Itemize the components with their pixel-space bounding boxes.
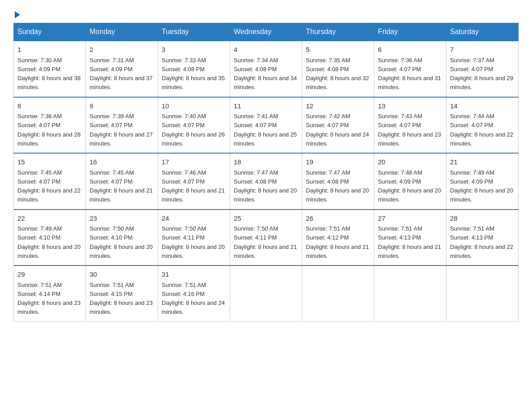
day-info: Sunrise: 7:47 AMSunset: 4:08 PMDaylight:… <box>306 169 369 203</box>
day-info: Sunrise: 7:45 AMSunset: 4:07 PMDaylight:… <box>17 169 81 203</box>
day-info: Sunrise: 7:51 AMSunset: 4:15 PMDaylight:… <box>90 282 153 316</box>
calendar-cell: 31Sunrise: 7:51 AMSunset: 4:16 PMDayligh… <box>158 265 230 321</box>
day-info: Sunrise: 7:33 AMSunset: 4:08 PMDaylight:… <box>162 57 225 91</box>
day-info: Sunrise: 7:37 AMSunset: 4:07 PMDaylight:… <box>450 57 513 91</box>
calendar-cell: 3Sunrise: 7:33 AMSunset: 4:08 PMDaylight… <box>158 41 230 97</box>
day-number: 6 <box>378 45 442 55</box>
calendar-cell: 28Sunrise: 7:51 AMSunset: 4:13 PMDayligh… <box>446 210 519 266</box>
calendar-cell <box>302 265 374 321</box>
calendar-cell: 8Sunrise: 7:38 AMSunset: 4:07 PMDaylight… <box>14 97 86 154</box>
day-number: 27 <box>378 214 442 224</box>
day-info: Sunrise: 7:50 AMSunset: 4:10 PMDaylight:… <box>90 225 153 259</box>
calendar-cell <box>374 265 446 321</box>
day-info: Sunrise: 7:44 AMSunset: 4:07 PMDaylight:… <box>450 113 513 147</box>
header-tuesday: Tuesday <box>158 23 230 41</box>
calendar-cell: 4Sunrise: 7:34 AMSunset: 4:08 PMDaylight… <box>230 41 302 97</box>
calendar-cell: 24Sunrise: 7:50 AMSunset: 4:11 PMDayligh… <box>158 210 230 266</box>
day-number: 21 <box>450 157 515 167</box>
header-friday: Friday <box>374 23 446 41</box>
day-info: Sunrise: 7:42 AMSunset: 4:07 PMDaylight:… <box>306 113 369 147</box>
header-saturday: Saturday <box>446 23 519 41</box>
calendar-cell: 19Sunrise: 7:47 AMSunset: 4:08 PMDayligh… <box>302 153 374 210</box>
page-header <box>13 9 519 18</box>
logo <box>13 9 20 18</box>
header-sunday: Sunday <box>14 23 86 41</box>
day-info: Sunrise: 7:31 AMSunset: 4:09 PMDaylight:… <box>90 57 153 91</box>
day-number: 7 <box>450 45 515 55</box>
day-info: Sunrise: 7:35 AMSunset: 4:08 PMDaylight:… <box>306 57 369 91</box>
calendar-cell: 9Sunrise: 7:39 AMSunset: 4:07 PMDaylight… <box>86 97 158 154</box>
week-row-2: 8Sunrise: 7:38 AMSunset: 4:07 PMDaylight… <box>14 97 519 154</box>
day-info: Sunrise: 7:30 AMSunset: 4:09 PMDaylight:… <box>17 57 81 91</box>
calendar-cell: 15Sunrise: 7:45 AMSunset: 4:07 PMDayligh… <box>14 153 86 210</box>
day-info: Sunrise: 7:46 AMSunset: 4:07 PMDaylight:… <box>162 169 225 203</box>
calendar-cell: 6Sunrise: 7:36 AMSunset: 4:07 PMDaylight… <box>374 41 446 97</box>
calendar-cell: 25Sunrise: 7:50 AMSunset: 4:11 PMDayligh… <box>230 210 302 266</box>
calendar-cell: 16Sunrise: 7:45 AMSunset: 4:07 PMDayligh… <box>86 153 158 210</box>
day-info: Sunrise: 7:51 AMSunset: 4:13 PMDaylight:… <box>378 225 441 259</box>
day-info: Sunrise: 7:43 AMSunset: 4:07 PMDaylight:… <box>378 113 441 147</box>
calendar-header-row: SundayMondayTuesdayWednesdayThursdayFrid… <box>14 23 519 41</box>
day-info: Sunrise: 7:39 AMSunset: 4:07 PMDaylight:… <box>90 113 153 147</box>
calendar-cell: 27Sunrise: 7:51 AMSunset: 4:13 PMDayligh… <box>374 210 446 266</box>
header-thursday: Thursday <box>302 23 374 41</box>
day-number: 18 <box>234 157 298 167</box>
day-info: Sunrise: 7:51 AMSunset: 4:16 PMDaylight:… <box>162 282 225 316</box>
week-row-5: 29Sunrise: 7:51 AMSunset: 4:14 PMDayligh… <box>14 265 519 321</box>
day-info: Sunrise: 7:50 AMSunset: 4:11 PMDaylight:… <box>234 225 297 259</box>
day-info: Sunrise: 7:51 AMSunset: 4:13 PMDaylight:… <box>450 225 513 259</box>
day-number: 4 <box>234 45 298 55</box>
calendar-cell <box>230 265 302 321</box>
calendar-cell: 2Sunrise: 7:31 AMSunset: 4:09 PMDaylight… <box>86 41 158 97</box>
calendar-cell: 17Sunrise: 7:46 AMSunset: 4:07 PMDayligh… <box>158 153 230 210</box>
day-number: 19 <box>306 157 370 167</box>
day-number: 26 <box>306 214 370 224</box>
day-number: 9 <box>90 101 154 111</box>
week-row-3: 15Sunrise: 7:45 AMSunset: 4:07 PMDayligh… <box>14 153 519 210</box>
day-info: Sunrise: 7:48 AMSunset: 4:09 PMDaylight:… <box>378 169 441 203</box>
calendar-cell: 11Sunrise: 7:41 AMSunset: 4:07 PMDayligh… <box>230 97 302 154</box>
calendar-cell: 5Sunrise: 7:35 AMSunset: 4:08 PMDaylight… <box>302 41 374 97</box>
day-number: 13 <box>378 101 442 111</box>
day-info: Sunrise: 7:51 AMSunset: 4:14 PMDaylight:… <box>17 282 81 316</box>
day-number: 28 <box>450 214 515 224</box>
day-number: 25 <box>234 214 298 224</box>
day-number: 30 <box>90 270 154 280</box>
day-number: 2 <box>90 45 154 55</box>
day-number: 5 <box>306 45 370 55</box>
day-number: 29 <box>17 270 82 280</box>
calendar-cell <box>446 265 519 321</box>
day-info: Sunrise: 7:45 AMSunset: 4:07 PMDaylight:… <box>90 169 153 203</box>
calendar-cell: 14Sunrise: 7:44 AMSunset: 4:07 PMDayligh… <box>446 97 519 154</box>
week-row-1: 1Sunrise: 7:30 AMSunset: 4:09 PMDaylight… <box>14 41 519 97</box>
day-info: Sunrise: 7:51 AMSunset: 4:12 PMDaylight:… <box>306 225 369 259</box>
calendar-cell: 21Sunrise: 7:49 AMSunset: 4:09 PMDayligh… <box>446 153 519 210</box>
day-number: 11 <box>234 101 298 111</box>
day-info: Sunrise: 7:49 AMSunset: 4:10 PMDaylight:… <box>17 225 81 259</box>
logo-blue-text <box>13 11 20 18</box>
day-info: Sunrise: 7:47 AMSunset: 4:08 PMDaylight:… <box>234 169 297 203</box>
calendar-cell: 18Sunrise: 7:47 AMSunset: 4:08 PMDayligh… <box>230 153 302 210</box>
day-info: Sunrise: 7:36 AMSunset: 4:07 PMDaylight:… <box>378 57 441 91</box>
calendar-cell: 23Sunrise: 7:50 AMSunset: 4:10 PMDayligh… <box>86 210 158 266</box>
day-number: 14 <box>450 101 515 111</box>
header-monday: Monday <box>86 23 158 41</box>
calendar-cell: 22Sunrise: 7:49 AMSunset: 4:10 PMDayligh… <box>14 210 86 266</box>
calendar-cell: 13Sunrise: 7:43 AMSunset: 4:07 PMDayligh… <box>374 97 446 154</box>
day-number: 23 <box>90 214 154 224</box>
day-number: 20 <box>378 157 442 167</box>
day-number: 3 <box>162 45 226 55</box>
day-number: 17 <box>162 157 226 167</box>
calendar-cell: 12Sunrise: 7:42 AMSunset: 4:07 PMDayligh… <box>302 97 374 154</box>
header-wednesday: Wednesday <box>230 23 302 41</box>
day-number: 1 <box>17 45 82 55</box>
day-number: 12 <box>306 101 370 111</box>
calendar-cell: 20Sunrise: 7:48 AMSunset: 4:09 PMDayligh… <box>374 153 446 210</box>
calendar-cell: 1Sunrise: 7:30 AMSunset: 4:09 PMDaylight… <box>14 41 86 97</box>
day-info: Sunrise: 7:41 AMSunset: 4:07 PMDaylight:… <box>234 113 297 147</box>
day-info: Sunrise: 7:40 AMSunset: 4:07 PMDaylight:… <box>162 113 225 147</box>
logo-triangle-icon <box>15 11 20 18</box>
calendar-cell: 7Sunrise: 7:37 AMSunset: 4:07 PMDaylight… <box>446 41 519 97</box>
day-info: Sunrise: 7:38 AMSunset: 4:07 PMDaylight:… <box>17 113 81 147</box>
day-number: 15 <box>17 157 82 167</box>
